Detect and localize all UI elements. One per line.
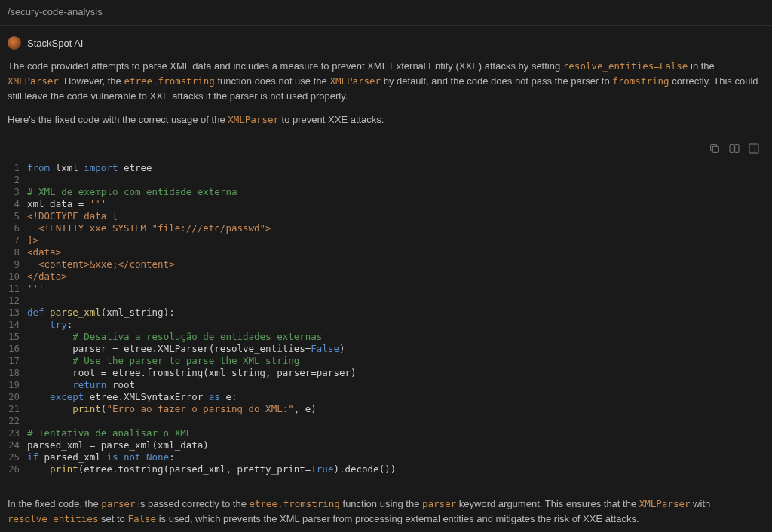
inline-code: parser bbox=[422, 498, 456, 509]
agent-avatar-icon bbox=[8, 36, 21, 50]
line-content bbox=[27, 415, 764, 427]
line-number: 14 bbox=[8, 319, 27, 331]
text-fragment: The code provided attempts to parse XML … bbox=[8, 60, 563, 72]
code-line: 22 bbox=[8, 415, 764, 427]
code-line: 1from lxml import etree bbox=[8, 162, 764, 174]
line-content: if parsed_xml is not None: bbox=[27, 451, 764, 463]
line-content: ]> bbox=[27, 234, 764, 246]
text-fragment: by default, and the code does not pass t… bbox=[381, 75, 612, 87]
line-content bbox=[27, 174, 764, 186]
code-line: 14 try: bbox=[8, 319, 764, 331]
expand-icon[interactable] bbox=[748, 142, 760, 154]
text-fragment: to prevent XXE attacks: bbox=[279, 114, 384, 125]
explanation-block: The code provided attempts to parse XML … bbox=[0, 59, 772, 127]
code-line: 11''' bbox=[8, 283, 764, 295]
line-content: try: bbox=[27, 319, 764, 331]
line-content: </data> bbox=[27, 271, 764, 283]
line-number: 11 bbox=[8, 283, 27, 295]
line-content: xml_data = ''' bbox=[27, 198, 764, 210]
line-content: <data> bbox=[27, 246, 764, 258]
code-line: 26 print(etree.tostring(parsed_xml, pret… bbox=[8, 463, 764, 475]
line-number: 18 bbox=[8, 367, 27, 379]
inline-code: False bbox=[127, 513, 156, 524]
line-number: 21 bbox=[8, 403, 27, 415]
text-fragment: with bbox=[691, 498, 711, 509]
agent-name-label: StackSpot AI bbox=[27, 38, 83, 49]
code-line: 25if parsed_xml is not None: bbox=[8, 451, 764, 463]
code-line: 3# XML de exemplo com entidade externa bbox=[8, 186, 764, 198]
line-number: 25 bbox=[8, 451, 27, 463]
inline-code: resolve_entities bbox=[8, 513, 98, 524]
line-number: 19 bbox=[8, 379, 27, 391]
code-line: 23# Tentativa de analisar o XML bbox=[8, 427, 764, 439]
text-fragment: is passed correctly to the bbox=[135, 498, 249, 509]
text-fragment: in the bbox=[688, 60, 714, 72]
code-line: 19 return root bbox=[8, 379, 764, 391]
line-content: print("Erro ao fazer o parsing do XML:",… bbox=[27, 403, 764, 415]
inline-code: parser bbox=[101, 498, 135, 509]
code-line: 6 <!ENTITY xxe SYSTEM "file:///etc/passw… bbox=[8, 222, 764, 234]
text-fragment: . However, the bbox=[59, 75, 124, 87]
inline-code: etree.fromstring bbox=[249, 498, 339, 509]
line-content: # Tentativa de analisar o XML bbox=[27, 427, 764, 439]
line-content: # XML de exemplo com entidade externa bbox=[27, 186, 764, 198]
line-number: 9 bbox=[8, 258, 27, 271]
code-line: 20 except etree.XMLSyntaxError as e: bbox=[8, 391, 764, 403]
line-number: 5 bbox=[8, 210, 27, 222]
insert-icon[interactable] bbox=[728, 142, 740, 154]
svg-rect-0 bbox=[712, 146, 718, 152]
line-content: # Use the parser to parse the XML string bbox=[27, 355, 764, 367]
line-number: 12 bbox=[8, 295, 27, 307]
code-line: 18 root = etree.fromstring(xml_string, p… bbox=[8, 367, 764, 379]
explanation-paragraph-1: The code provided attempts to parse XML … bbox=[8, 59, 764, 103]
text-fragment: In the fixed code, the bbox=[8, 498, 101, 509]
line-number: 6 bbox=[8, 222, 27, 234]
text-fragment: function using the bbox=[340, 498, 422, 509]
line-content: ''' bbox=[27, 283, 764, 295]
copy-icon[interactable] bbox=[709, 142, 721, 154]
inline-code: XMLParser bbox=[228, 114, 279, 125]
line-number: 24 bbox=[8, 439, 27, 451]
line-number: 1 bbox=[8, 162, 27, 174]
code-line: 12 bbox=[8, 295, 764, 307]
line-number: 4 bbox=[8, 198, 27, 210]
explanation-paragraph-2: Here's the fixed code with the correct u… bbox=[8, 112, 764, 127]
inline-code: XMLParser bbox=[639, 498, 691, 509]
code-block[interactable]: 1from lxml import etree2 3# XML de exemp… bbox=[0, 157, 772, 489]
code-line: 9 <content>&xxe;</content> bbox=[8, 258, 764, 271]
text-fragment: keyword argument. This ensures that the bbox=[456, 498, 639, 509]
agent-header: StackSpot AI bbox=[0, 26, 772, 59]
line-content: root = etree.fromstring(xml_string, pars… bbox=[27, 367, 764, 379]
inline-code: etree.fromstring bbox=[124, 75, 214, 87]
inline-code: resolve_entities=False bbox=[563, 60, 688, 72]
text-fragment: set to bbox=[98, 513, 127, 524]
svg-rect-1 bbox=[730, 144, 734, 152]
line-number: 15 bbox=[8, 331, 27, 343]
inline-code: fromstring bbox=[612, 75, 669, 87]
line-content bbox=[27, 295, 764, 307]
svg-rect-2 bbox=[735, 144, 739, 152]
line-number: 7 bbox=[8, 234, 27, 246]
line-content: <!DOCTYPE data [ bbox=[27, 210, 764, 222]
text-fragment: is used, which prevents the XML parser f… bbox=[156, 513, 639, 524]
line-number: 2 bbox=[8, 174, 27, 186]
line-number: 23 bbox=[8, 427, 27, 439]
line-content: # Desativa a resolução de entidades exte… bbox=[27, 331, 764, 343]
line-number: 22 bbox=[8, 415, 27, 427]
code-line: 4xml_data = ''' bbox=[8, 198, 764, 210]
inline-code: XMLParser bbox=[8, 75, 59, 87]
text-fragment: Here's the fixed code with the correct u… bbox=[8, 114, 228, 125]
line-number: 16 bbox=[8, 343, 27, 355]
breadcrumb-path: /secury-code-analysis bbox=[0, 0, 772, 26]
code-line: 16 parser = etree.XMLParser(resolve_enti… bbox=[8, 343, 764, 355]
line-number: 13 bbox=[8, 307, 27, 319]
line-content: def parse_xml(xml_string): bbox=[27, 307, 764, 319]
line-content: <content>&xxe;</content> bbox=[27, 258, 764, 271]
code-line: 13def parse_xml(xml_string): bbox=[8, 307, 764, 319]
code-line: 21 print("Erro ao fazer o parsing do XML… bbox=[8, 403, 764, 415]
line-content: <!ENTITY xxe SYSTEM "file:///etc/passwd"… bbox=[27, 222, 764, 234]
line-number: 17 bbox=[8, 355, 27, 367]
code-toolbar bbox=[0, 136, 772, 157]
line-content: print(etree.tostring(parsed_xml, pretty_… bbox=[27, 463, 764, 475]
line-number: 26 bbox=[8, 463, 27, 475]
